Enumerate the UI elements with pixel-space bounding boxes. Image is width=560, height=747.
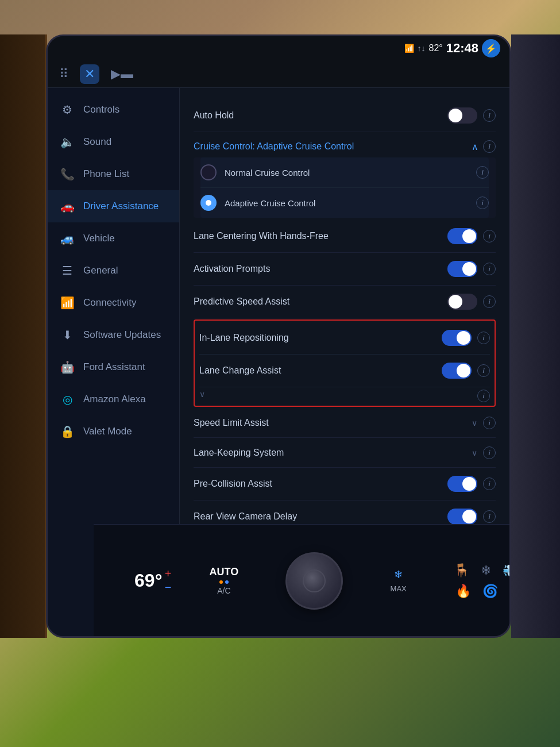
indicator-dots (219, 580, 229, 584)
volume-knob[interactable] (285, 552, 343, 610)
speed-limit-label: Speed Limit Assist (194, 418, 472, 428)
lane-keeping-info[interactable]: i (483, 446, 496, 459)
lane-change-knob (457, 364, 470, 378)
rear-view-knob (462, 510, 476, 523)
sidebar-label-phone: Phone List (83, 168, 129, 180)
lane-change-toggle[interactable] (442, 363, 472, 379)
pre-collision-toggle[interactable] (447, 476, 477, 492)
sidebar-label-connectivity: Connectivity (83, 297, 137, 309)
predictive-speed-toggle[interactable] (447, 294, 477, 310)
auto-hold-toggle[interactable] (447, 107, 477, 124)
adaptive-cruise-label: Adaptive Cruise Control (225, 198, 468, 208)
sidebar-label-software: Software Updates (83, 329, 161, 341)
close-icon[interactable]: ✕ (80, 64, 99, 84)
temp-value: 69° (134, 570, 162, 591)
clock-display: 12:48 (446, 41, 478, 56)
sidebar-item-controls[interactable]: ⚙ Controls (48, 94, 179, 126)
lane-change-controls: i (442, 363, 490, 379)
temp-plus-icon[interactable]: + (165, 567, 172, 580)
in-lane-repo-info[interactable]: i (477, 332, 490, 344)
sidebar-item-software[interactable]: ⬇ Software Updates (48, 319, 179, 351)
car-vent-icon[interactable]: 💨 (503, 563, 511, 578)
sidebar-label-controls: Controls (83, 104, 119, 115)
predictive-speed-info[interactable]: i (483, 295, 496, 308)
activation-prompts-toggle[interactable] (447, 261, 477, 277)
auto-hold-info-icon[interactable]: i (483, 109, 496, 122)
sidebar-item-vehicle[interactable]: 🚙 Vehicle (48, 222, 179, 255)
sidebar-item-valet[interactable]: 🔒 Valet Mode (48, 415, 179, 448)
blue-dot (225, 580, 229, 584)
media-icon[interactable]: ▶▬ (111, 67, 133, 82)
lane-keeping-chevron-icon: ∨ (472, 448, 477, 457)
lane-centering-info[interactable]: i (483, 230, 496, 242)
max-label: MAX (391, 584, 407, 593)
red-section-chevron-area: ∨ i (199, 387, 490, 405)
status-icons: 📶 ↑↓ 82° 12:48 ⚡ (404, 39, 500, 57)
predictive-speed-row: Predictive Speed Assist i (194, 286, 496, 318)
pre-collision-info[interactable]: i (483, 478, 496, 490)
normal-cruise-info[interactable]: i (476, 166, 489, 179)
in-lane-repo-label: In-Lane Repositioning (199, 333, 442, 343)
sidebar-label-valet: Valet Mode (83, 426, 132, 437)
ev-status-button[interactable]: ⚡ (482, 39, 500, 57)
lane-centering-label: Lane Centering With Hands-Free (194, 231, 447, 241)
controls-icon: ⚙ (59, 103, 75, 117)
bottom-control-bar: 69° + − AUTO A/C ❄ MAX 🪑 ❄ 💨 (94, 524, 511, 636)
auto-label: AUTO (210, 566, 239, 578)
volume-knob-inner (303, 569, 326, 592)
sidebar-label-vehicle: Vehicle (83, 233, 115, 244)
cruise-control-title: Cruise Control: Adaptive Cruise Control (194, 141, 354, 152)
sidebar-item-driver[interactable]: 🚗 Driver Assistance (48, 190, 179, 222)
lane-centering-controls: i (447, 228, 496, 244)
seat-heat-icon[interactable]: 🪑 (454, 563, 469, 578)
lane-keeping-label: Lane-Keeping System (194, 448, 472, 458)
normal-cruise-row[interactable]: Normal Cruise Control i (200, 157, 489, 188)
speed-limit-row[interactable]: Speed Limit Assist ∨ i (194, 408, 496, 438)
sidebar-item-amazon[interactable]: ◎ Amazon Alexa (48, 383, 179, 415)
top-nav-bar: ⠿ ✕ ▶▬ (48, 60, 509, 88)
auto-hold-controls: i (447, 107, 496, 124)
apps-grid-icon[interactable]: ⠿ (59, 67, 68, 82)
auto-hold-knob (449, 109, 462, 122)
wifi-icon: 📶 (404, 44, 414, 53)
lane-keeping-controls: ∨ i (472, 446, 496, 459)
red-bordered-section: In-Lane Repositioning i Lane Change Assi… (194, 319, 496, 407)
cruise-control-header[interactable]: Cruise Control: Adaptive Cruise Control … (194, 132, 496, 157)
activation-prompts-info[interactable]: i (483, 263, 496, 275)
adaptive-cruise-info[interactable]: i (476, 197, 489, 209)
sidebar-item-sound[interactable]: 🔈 Sound (48, 126, 179, 158)
sidebar-item-connectivity[interactable]: 📶 Connectivity (48, 287, 179, 319)
lane-centering-toggle[interactable] (447, 228, 477, 244)
rear-view-controls: i (447, 509, 496, 525)
sidebar-item-phone[interactable]: 📞 Phone List (48, 158, 179, 190)
adaptive-cruise-radio[interactable] (200, 195, 217, 211)
rear-view-info[interactable]: i (483, 510, 496, 523)
activation-prompts-knob (462, 262, 476, 276)
sidebar-item-ford[interactable]: 🤖 Ford Assistant (48, 351, 179, 383)
defrost-icon[interactable]: 🔥 (455, 584, 471, 599)
valet-icon: 🔒 (59, 425, 75, 438)
red-section-info[interactable]: i (477, 390, 490, 402)
lane-change-info[interactable]: i (477, 364, 490, 377)
rear-view-label: Rear View Camera Delay (194, 511, 447, 522)
fan-icon[interactable]: ❄ (481, 563, 491, 578)
temp-minus-icon[interactable]: − (165, 581, 172, 594)
auto-ac-section: AUTO A/C (210, 566, 239, 595)
auto-hold-row: Auto Hold i (194, 99, 496, 132)
sidebar-label-sound: Sound (83, 136, 111, 148)
speed-limit-info[interactable]: i (483, 417, 496, 429)
predictive-speed-label: Predictive Speed Assist (194, 297, 447, 307)
orange-dot (219, 580, 223, 584)
rear-view-toggle[interactable] (447, 509, 477, 525)
temperature-display: 82° (429, 43, 443, 53)
software-icon: ⬇ (59, 328, 75, 342)
air-flow-icon[interactable]: 🌀 (482, 584, 498, 599)
in-lane-repo-toggle[interactable] (442, 330, 472, 346)
recirculate-icon[interactable]: ↕ (509, 584, 511, 599)
bottom-icons-row-1: 🪑 ❄ 💨 (454, 563, 511, 578)
sidebar-item-general[interactable]: ☰ General (48, 255, 179, 287)
lane-keeping-row[interactable]: Lane-Keeping System ∨ i (194, 438, 496, 468)
cruise-info-icon[interactable]: i (483, 140, 496, 153)
adaptive-cruise-row[interactable]: Adaptive Cruise Control i (200, 188, 489, 218)
normal-cruise-radio[interactable] (200, 164, 217, 180)
